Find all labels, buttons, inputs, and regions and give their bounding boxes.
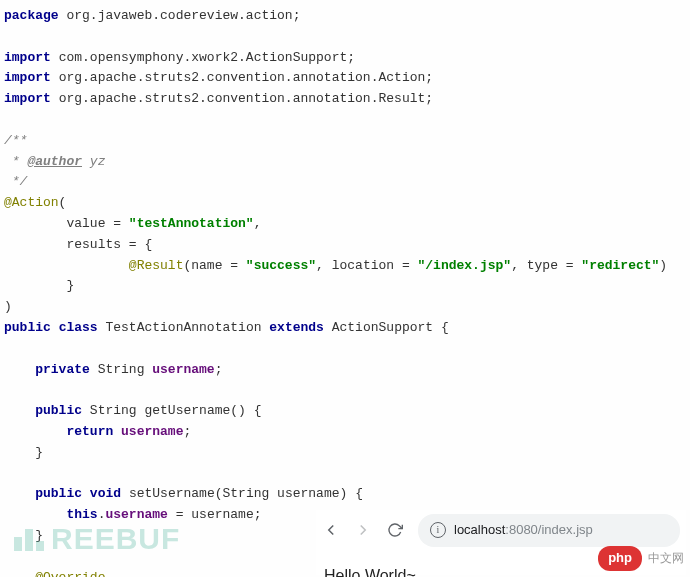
keyword-package: package	[4, 8, 59, 23]
package-name: org.javaweb.codereview.action	[66, 8, 292, 23]
annotation-result: @Result	[129, 258, 184, 273]
watermark-php: php 中文网	[598, 546, 684, 571]
page-text: Hello World~	[324, 567, 416, 577]
browser-toolbar: i localhost:8080/index.jsp	[316, 510, 686, 551]
address-bar[interactable]: i localhost:8080/index.jsp	[418, 514, 680, 547]
freebuf-logo-icon	[14, 517, 47, 565]
forward-icon[interactable]	[354, 521, 372, 539]
annotation-action: @Action	[4, 195, 59, 210]
keyword-import: import	[4, 50, 51, 65]
site-info-icon[interactable]: i	[430, 522, 446, 538]
method-getusername: getUsername	[144, 403, 230, 418]
address-text: localhost:8080/index.jsp	[454, 520, 593, 541]
code-editor: package org.javaweb.codereview.action; i…	[0, 0, 690, 577]
annotation-override: @Override	[35, 570, 105, 577]
watermark-freebuf: REEBUF	[14, 515, 180, 565]
php-text: 中文网	[648, 549, 684, 568]
class-name: TestActionAnnotation	[105, 320, 261, 335]
javadoc-open: /**	[4, 133, 27, 148]
php-badge: php	[598, 546, 642, 571]
reload-icon[interactable]	[386, 521, 404, 539]
back-icon[interactable]	[322, 521, 340, 539]
method-setusername: setUsername	[129, 486, 215, 501]
field-username: username	[152, 362, 214, 377]
javadoc-author-tag: @author	[27, 154, 82, 169]
